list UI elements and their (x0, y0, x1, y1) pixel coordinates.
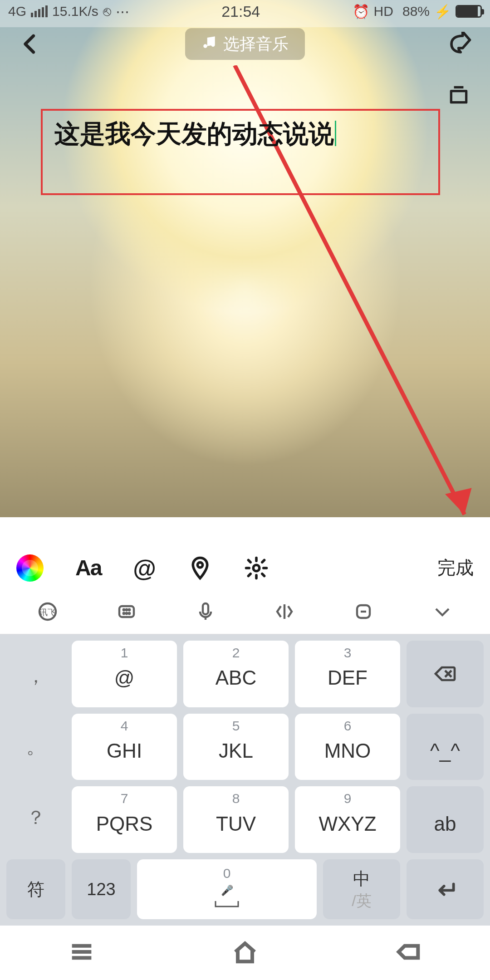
key-5[interactable]: 5JKL (183, 714, 289, 780)
key-symbols[interactable]: 符 (6, 859, 65, 919)
ime-logo-button[interactable]: 讯飞 (14, 601, 82, 622)
svg-point-2 (197, 562, 202, 567)
svg-point-7 (123, 609, 124, 610)
keyboard-layout-button[interactable] (93, 601, 161, 622)
compose-area: 这是我今天发的动态说说 (0, 65, 490, 547)
signal-icon (31, 5, 48, 17)
collapse-keyboard-button[interactable] (408, 601, 476, 622)
voice-input-button[interactable] (172, 601, 240, 622)
key-3[interactable]: 3DEF (295, 641, 400, 707)
svg-text:讯飞: 讯飞 (39, 608, 56, 617)
key-emoji[interactable]: ^_^ (407, 714, 484, 780)
svg-point-12 (129, 612, 130, 613)
svg-marker-1 (445, 488, 472, 514)
key-enter[interactable] (407, 859, 484, 919)
key-language[interactable]: 中/英 (323, 859, 400, 919)
punct-column[interactable]: ， 。 ？ ！ (6, 641, 65, 853)
key-8[interactable]: 8TUV (183, 786, 289, 853)
usb-icon: ⎋ (103, 4, 111, 19)
svg-point-10 (123, 612, 124, 613)
network-label: 4G (8, 4, 26, 19)
location-button[interactable] (188, 556, 212, 580)
text-cursor (335, 121, 336, 146)
speed-label: 15.1K/s (52, 4, 98, 19)
mic-icon: 🎤 (221, 885, 233, 897)
keyboard-toolbar: 讯飞 (0, 589, 490, 634)
font-button[interactable]: Aa (75, 555, 101, 580)
hd-label: HD (374, 4, 393, 19)
svg-point-9 (129, 609, 130, 610)
done-button[interactable]: 完成 (437, 555, 474, 580)
key-ab[interactable]: ab (407, 786, 484, 853)
keyboard: 讯飞 ， 。 ？ ！ 1@ 2ABC 3DEF 4GHI 5JKL 6MNO (0, 589, 490, 980)
charging-icon: ⚡ (434, 4, 451, 20)
aspect-button[interactable] (447, 83, 470, 106)
music-icon (201, 34, 217, 54)
system-navbar (0, 926, 490, 980)
key-backspace[interactable] (407, 641, 484, 707)
key-2[interactable]: 2ABC (183, 641, 289, 707)
svg-rect-6 (119, 606, 134, 617)
compose-toolbar: Aa @ 完成 (0, 547, 490, 589)
mention-button[interactable]: @ (133, 554, 156, 582)
nav-home-button[interactable] (230, 937, 260, 968)
settings-button[interactable] (244, 556, 269, 580)
battery-label: 88% (402, 4, 430, 19)
key-1[interactable]: 1@ (72, 641, 177, 707)
svg-point-11 (126, 612, 127, 613)
key-7[interactable]: 7PQRS (72, 786, 177, 853)
key-space[interactable]: 0 🎤 (137, 859, 317, 919)
key-9[interactable]: 9WXYZ (295, 786, 400, 853)
color-picker-button[interactable] (16, 554, 44, 582)
battery-icon (456, 5, 482, 18)
nav-back-button[interactable] (394, 937, 423, 968)
cursor-move-button[interactable] (250, 601, 318, 622)
key-6[interactable]: 6MNO (295, 714, 400, 780)
svg-point-3 (253, 565, 260, 571)
choose-music-button[interactable]: 选择音乐 (185, 28, 305, 60)
status-bar: 4G 15.1K/s ⎋ ⋯ 21:54 ⏰ HD 88% ⚡ (0, 0, 490, 23)
app-header: 选择音乐 (0, 23, 490, 65)
svg-point-8 (126, 609, 127, 610)
svg-rect-13 (203, 603, 208, 614)
choose-music-label: 选择音乐 (223, 33, 289, 55)
clipboard-button[interactable] (329, 601, 397, 622)
clock-label: 21:54 (221, 3, 260, 20)
back-button[interactable] (18, 32, 43, 56)
key-4[interactable]: 4GHI (72, 714, 177, 780)
key-123[interactable]: 123 (72, 859, 131, 919)
nav-menu-button[interactable] (67, 937, 96, 968)
more-icon: ⋯ (116, 4, 129, 20)
share-button[interactable] (447, 32, 472, 56)
alarm-icon: ⏰ (353, 4, 369, 20)
post-text-input[interactable]: 这是我今天发的动态说说 (54, 114, 426, 153)
